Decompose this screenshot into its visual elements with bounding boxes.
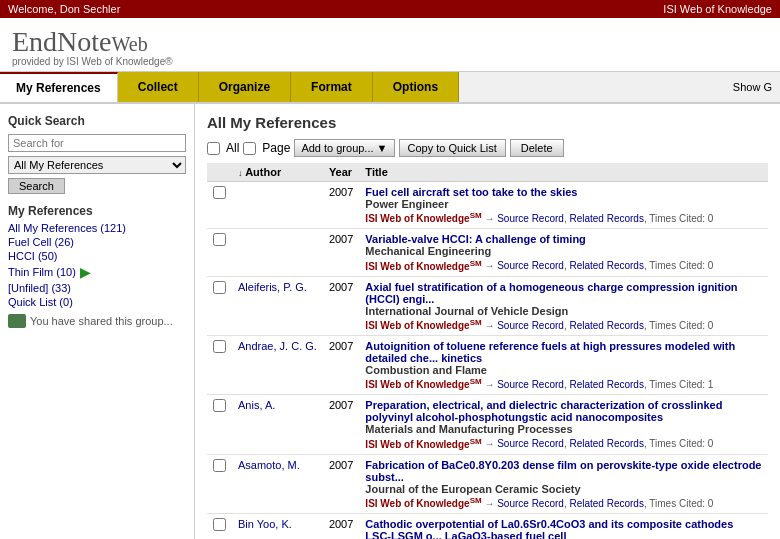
search-button[interactable]: Search (8, 178, 65, 194)
row-times-0: Times Cited: 0 (649, 213, 713, 224)
nav-myref[interactable]: My References (0, 72, 118, 102)
row-author-3[interactable]: Andrae, J. C. G. (232, 335, 323, 394)
row-isi-link-4[interactable]: ISI Web of KnowledgeSM (365, 439, 481, 450)
row-isi-link-1[interactable]: ISI Web of KnowledgeSM (365, 261, 481, 272)
row-title-block-3: Autoignition of toluene reference fuels … (359, 335, 768, 394)
row-author-2[interactable]: Aleiferis, P. G. (232, 276, 323, 335)
row-isi-link-3[interactable]: ISI Web of KnowledgeSM (365, 379, 481, 390)
row-title-link-6[interactable]: Cathodic overpotential of La0.6Sr0.4CoO3… (365, 518, 733, 539)
col-title[interactable]: Title (359, 163, 768, 182)
row-title-block-0: Fuel cell aircraft set too take to the s… (359, 182, 768, 229)
row-title-block-6: Cathodic overpotential of La0.6Sr0.4CoO3… (359, 513, 768, 539)
row-checkbox-1[interactable] (213, 233, 226, 246)
row-checkbox-5[interactable] (213, 459, 226, 472)
row-isi-link-0[interactable]: ISI Web of KnowledgeSM (365, 213, 481, 224)
row-src-link-0-0[interactable]: Source Record (497, 213, 564, 224)
row-checkbox-3[interactable] (213, 340, 226, 353)
search-in-select[interactable]: All My References (8, 156, 186, 174)
delete-button[interactable]: Delete (510, 139, 564, 157)
row-title-link-1[interactable]: Variable-valve HCCI: A challenge of timi… (365, 233, 585, 245)
row-checkbox-6[interactable] (213, 518, 226, 531)
copy-to-quick-list-button[interactable]: Copy to Quick List (399, 139, 506, 157)
sidebar-link-hcci[interactable]: HCCI (50) (8, 250, 186, 262)
row-arrow-5: → (482, 498, 498, 509)
row-times-3: Times Cited: 1 (649, 379, 713, 390)
row-src-link-2-0[interactable]: Source Record (497, 320, 564, 331)
content: All My References All Page Add to group.… (195, 104, 780, 539)
row-title-link-0[interactable]: Fuel cell aircraft set too take to the s… (365, 186, 577, 198)
row-author-6[interactable]: Bin Yoo, K. (232, 513, 323, 539)
sidebar-link-all[interactable]: All My References (121) (8, 222, 186, 234)
sort-arrow: ↓ (238, 168, 243, 178)
welcome-text: Welcome, Don Sechler (8, 3, 120, 15)
row-checkbox-0[interactable] (213, 186, 226, 199)
row-src-link-2-1[interactable]: Related Records (569, 320, 643, 331)
row-source-line-2: ISI Web of KnowledgeSM → Source Record, … (365, 318, 762, 331)
row-title-link-2[interactable]: Axial fuel stratification of a homogeneo… (365, 281, 737, 305)
search-input[interactable] (8, 134, 186, 152)
row-author-0[interactable] (232, 182, 323, 229)
checkbox-page[interactable] (243, 142, 256, 155)
logo-sub: provided by ISI Web of Knowledge® (12, 56, 173, 67)
table-row: Anis, A.2007Preparation, electrical, and… (207, 395, 768, 454)
row-isi-link-5[interactable]: ISI Web of KnowledgeSM (365, 498, 481, 509)
row-src-link-3-0[interactable]: Source Record (497, 379, 564, 390)
sidebar-link-quicklist[interactable]: Quick List (0) (8, 296, 186, 308)
shared-group: You have shared this group... (8, 314, 186, 328)
row-year-4: 2007 (323, 395, 359, 454)
brand-text: ISI Web of Knowledge (663, 3, 772, 15)
row-year-2: 2007 (323, 276, 359, 335)
add-to-group-button[interactable]: Add to group... ▼ (294, 139, 394, 157)
references-table: ↓ Author Year Title 2007Fuel cell aircra… (207, 163, 768, 539)
row-src-link-5-0[interactable]: Source Record (497, 498, 564, 509)
row-title-link-5[interactable]: Fabrication of BaCe0.8Y0.203 dense film … (365, 459, 761, 483)
col-author[interactable]: ↓ Author (232, 163, 323, 182)
row-journal-2: International Journal of Vehicle Design (365, 305, 762, 317)
nav-show-g[interactable]: Show G (725, 72, 780, 102)
sidebar-link-fuelcell[interactable]: Fuel Cell (26) (8, 236, 186, 248)
row-src-link-4-1[interactable]: Related Records (569, 439, 643, 450)
table-row: Aleiferis, P. G.2007Axial fuel stratific… (207, 276, 768, 335)
row-times-1: Times Cited: 0 (649, 261, 713, 272)
checkbox-all[interactable] (207, 142, 220, 155)
row-source-line-0: ISI Web of KnowledgeSM → Source Record, … (365, 211, 762, 224)
row-arrow-2: → (482, 320, 498, 331)
row-title-block-5: Fabrication of BaCe0.8Y0.203 dense film … (359, 454, 768, 513)
col-year[interactable]: Year (323, 163, 359, 182)
row-author-1[interactable] (232, 229, 323, 276)
row-author-5[interactable]: Asamoto, M. (232, 454, 323, 513)
row-title-link-4[interactable]: Preparation, electrical, and dielectric … (365, 399, 722, 423)
table-row: 2007Variable-valve HCCI: A challenge of … (207, 229, 768, 276)
row-checkbox-2[interactable] (213, 281, 226, 294)
row-isi-link-2[interactable]: ISI Web of KnowledgeSM (365, 320, 481, 331)
logo-name: EndNote (12, 26, 112, 57)
table-header-row: ↓ Author Year Title (207, 163, 768, 182)
nav-tab-format[interactable]: Format (291, 72, 373, 102)
row-title-link-3[interactable]: Autoignition of toluene reference fuels … (365, 340, 735, 364)
row-checkbox-4[interactable] (213, 399, 226, 412)
row-src-link-4-0[interactable]: Source Record (497, 439, 564, 450)
row-arrow-0: → (482, 213, 498, 224)
nav-tab-collect[interactable]: Collect (118, 72, 199, 102)
sidebar-link-thinfilm[interactable]: Thin Film (10) ▶ (8, 264, 186, 280)
row-author-4[interactable]: Anis, A. (232, 395, 323, 454)
nav: My References Collect Organize Format Op… (0, 72, 780, 104)
row-src-link-5-1[interactable]: Related Records (569, 498, 643, 509)
nav-tab-options[interactable]: Options (373, 72, 459, 102)
nav-tab-organize[interactable]: Organize (199, 72, 291, 102)
row-source-line-1: ISI Web of KnowledgeSM → Source Record, … (365, 258, 762, 271)
row-year-1: 2007 (323, 229, 359, 276)
row-src-link-1-0[interactable]: Source Record (497, 261, 564, 272)
row-source-line-5: ISI Web of KnowledgeSM → Source Record, … (365, 496, 762, 509)
main: Quick Search All My References Search My… (0, 104, 780, 539)
row-arrow-1: → (482, 261, 498, 272)
page-title: All My References (207, 114, 768, 131)
row-src-link-3-1[interactable]: Related Records (569, 379, 643, 390)
row-times-4: Times Cited: 0 (649, 439, 713, 450)
quick-search-title: Quick Search (8, 114, 186, 128)
sidebar-link-unfiled[interactable]: [Unfiled] (33) (8, 282, 186, 294)
logo-endnote: EndNoteWeb (12, 26, 173, 58)
row-src-link-0-1[interactable]: Related Records (569, 213, 643, 224)
row-src-link-1-1[interactable]: Related Records (569, 261, 643, 272)
logo-web: Web (112, 33, 148, 55)
